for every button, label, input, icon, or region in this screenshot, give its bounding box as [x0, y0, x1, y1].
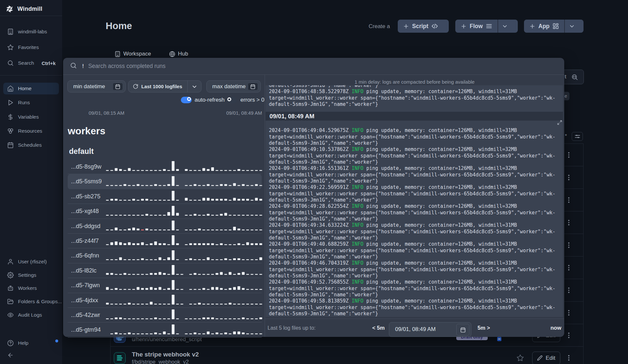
logfiles-select[interactable]: Last 1000 logfiles — [128, 80, 201, 92]
expand-icon[interactable] — [557, 120, 562, 126]
forward-5m-button[interactable]: 5m > — [478, 325, 490, 331]
kebab-menu-icon[interactable] — [568, 197, 569, 203]
sidebar-item-windmill-labs[interactable]: windmill-labs — [3, 26, 59, 38]
create-button-label: Flow — [470, 23, 483, 30]
home-search-text-fragment: t — [565, 74, 567, 80]
home-list-row[interactable]: The stripe webhook v2f/bd/stripe_webhook… — [111, 347, 583, 364]
worker-row-d542zwr[interactable]: ...d5-42zwr — [68, 308, 262, 323]
sidebar-item-label: Home — [18, 86, 31, 91]
worker-name: ...d5-gtm94 — [71, 326, 101, 333]
create-app-button[interactable]: App — [524, 20, 584, 33]
worker-row-d58sg9w[interactable]: ...d5-8sg9w — [68, 159, 262, 174]
errors-toggle[interactable] — [227, 97, 237, 103]
log-level-info: INFO — [352, 241, 363, 247]
tab-hub[interactable]: Hub — [169, 51, 188, 57]
modal-search-bar[interactable]: ! Search across completed runs — [63, 58, 564, 75]
chevron-down-icon — [502, 23, 508, 29]
sidebar-item-resources[interactable]: Resources — [3, 125, 59, 137]
log-level-info: INFO — [352, 127, 363, 133]
kebab-menu-icon[interactable] — [568, 242, 569, 248]
edit-button-label: Edit — [546, 355, 555, 361]
sidebar-item-variables[interactable]: Variables — [3, 111, 59, 123]
kebab-menu-icon[interactable] — [568, 220, 569, 225]
tab-label: Workspace — [123, 51, 151, 57]
worker-row-d5l82lc[interactable]: ...d5-l82lc — [68, 263, 262, 278]
collapse-sidebar-button[interactable] — [3, 349, 59, 361]
worker-row-d5xgt48[interactable]: ...d5-xgt48 — [68, 204, 262, 219]
worker-activity-sparkline — [106, 159, 264, 171]
workers-panel: min datetime Last 1000 logfiles max date… — [63, 75, 265, 337]
kebab-menu-icon[interactable] — [568, 355, 569, 361]
windmill-app: Home Create a ScriptFlowApp WorkspaceHub… — [0, 0, 628, 364]
chevron-down-icon[interactable] — [564, 20, 579, 33]
create-flow-button[interactable]: Flow — [455, 20, 518, 33]
kebab-menu-icon[interactable] — [568, 175, 569, 180]
sidebar-item-settings[interactable]: Settings — [3, 269, 59, 281]
workers-title: workers — [68, 125, 105, 137]
chevron-down-icon[interactable] — [497, 20, 512, 33]
min-datetime-calendar-button[interactable] — [113, 83, 123, 91]
language-badge-icon — [497, 337, 501, 341]
gear-icon — [7, 272, 14, 278]
worker-group-title: default — [69, 147, 94, 156]
worker-activity-sparkline — [106, 278, 264, 290]
worker-list: ...d5-8sg9w...d5-5sms9...d5-sb275...d5-x… — [68, 159, 262, 338]
kebab-menu-icon[interactable] — [568, 265, 569, 271]
kebab-menu-icon[interactable] — [568, 152, 569, 158]
sidebar-item-search[interactable]: SearchCtrl+k — [3, 57, 59, 69]
star-icon[interactable] — [516, 354, 524, 363]
segment-divider — [187, 81, 188, 92]
sidebar-item-folders-groups[interactable]: Folders & Groups... — [3, 296, 59, 307]
kebab-menu-icon[interactable] — [568, 310, 569, 316]
footer-calendar-button[interactable] — [456, 324, 469, 336]
sidebar-item-schedules[interactable]: Schedules — [3, 139, 59, 151]
plus-icon — [529, 23, 535, 29]
create-button-label: Script — [412, 23, 428, 30]
edit-button[interactable]: Edit — [532, 352, 560, 364]
windmill-logo[interactable]: Windmill — [5, 5, 42, 13]
footer-datetime-input[interactable]: 09/01, 08:49 AM — [389, 322, 471, 337]
star-outline-icon — [516, 354, 524, 362]
min-datetime-button[interactable]: min datetime — [67, 80, 126, 92]
tab-workspace[interactable]: Workspace — [114, 51, 151, 57]
sidebar-item-favorites[interactable]: Favorites — [3, 41, 59, 53]
errors-label: errors > 0 — [240, 97, 264, 103]
sidebar-item-help[interactable]: Help — [3, 337, 59, 349]
home-asterisk: * — [565, 133, 567, 139]
worker-name: ...d5-7lgwn — [71, 282, 100, 289]
max-datetime-button[interactable]: max datetime — [206, 80, 261, 92]
worker-name: ...d5-6qfnn — [71, 252, 99, 259]
back-5m-button[interactable]: < 5m — [372, 325, 385, 331]
worker-activity-sparkline — [106, 204, 264, 216]
chevron-down-icon[interactable] — [191, 84, 198, 91]
sidebar-item-workers[interactable]: Workers — [3, 282, 59, 294]
worker-activity-sparkline — [106, 248, 264, 260]
sidebar-item-home[interactable]: Home — [3, 83, 59, 94]
pen-icon — [537, 355, 543, 361]
sidebar-item-audit-logs[interactable]: Audit Logs — [3, 309, 59, 321]
shortcut-hint: Ctrl+k — [42, 60, 56, 66]
max-datetime-calendar-button[interactable] — [248, 83, 258, 91]
worker-row-d5gtm94[interactable]: ...d5-gtm94 — [68, 323, 262, 337]
kebab-menu-icon[interactable] — [568, 333, 569, 338]
search-placeholder: Search across completed runs — [88, 63, 166, 70]
sidebar-item-user-rfiszel[interactable]: User (rfiszel) — [3, 256, 59, 268]
worker-row-d57lgwn[interactable]: ...d5-7lgwn — [68, 278, 262, 293]
worker-row-d5sb275[interactable]: ...d5-sb275 — [68, 189, 262, 204]
create-script-button[interactable]: Script — [398, 20, 449, 33]
filter-button[interactable] — [572, 132, 583, 141]
kebab-menu-icon[interactable] — [568, 288, 569, 293]
log-viewer[interactable]: default-5sms9-Jmn1G","name":"worker"} 20… — [266, 85, 563, 317]
worker-row-d54jdxx[interactable]: ...d5-4jdxx — [68, 293, 262, 308]
log-level-info: INFO — [352, 203, 363, 209]
sidebar-item-runs[interactable]: Runs — [3, 97, 59, 108]
footer-datetime-value: 09/01, 08:49 AM — [395, 326, 436, 333]
code-icon — [431, 23, 438, 29]
auto-refresh-toggle[interactable] — [181, 97, 192, 103]
worker-row-d56qfnn[interactable]: ...d5-6qfnn — [68, 248, 262, 263]
worker-row-d55sms9[interactable]: ...d5-5sms9 — [68, 174, 262, 189]
now-button[interactable]: now — [550, 325, 561, 331]
worker-row-d5ddgsd[interactable]: ...d5-ddgsd — [68, 219, 262, 234]
worker-activity-sparkline — [106, 307, 264, 319]
worker-row-d5z44f7[interactable]: ...d5-z44f7 — [68, 234, 262, 248]
